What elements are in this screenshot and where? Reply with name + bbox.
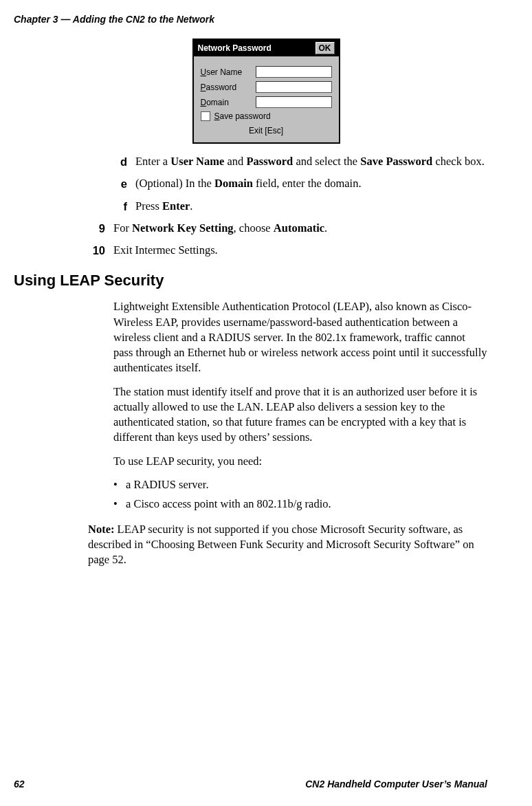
checkbox-save-password xyxy=(201,111,210,121)
note-text: Note: LEAP security is not supported if … xyxy=(88,522,487,568)
dialog-titlebar: Network Password OK xyxy=(194,40,339,56)
dialog-body: User Name Password Domain Save password … xyxy=(194,56,339,142)
paragraph: The station must identify itself and pro… xyxy=(113,384,487,446)
step-f: f Press Enter. xyxy=(113,199,487,214)
step-e: e (Optional) In the Domain field, enter … xyxy=(113,176,487,191)
step-marker: d xyxy=(113,154,135,169)
step-d: d Enter a User Name and Password and sel… xyxy=(113,154,487,169)
step-text: (Optional) In the Domain field, enter th… xyxy=(135,176,487,191)
input-domain xyxy=(256,96,332,108)
section-heading: Using LEAP Security xyxy=(14,272,532,290)
bullet-list: • a RADIUS server. • a Cisco access poin… xyxy=(113,477,487,512)
step-number: 10 xyxy=(91,243,113,258)
content-area: d Enter a User Name and Password and sel… xyxy=(0,154,532,258)
dialog-row-save: Save password xyxy=(201,111,332,121)
label-password: Password xyxy=(201,83,256,92)
dialog-ok-button: OK xyxy=(315,42,335,54)
input-username xyxy=(256,66,332,78)
bullet-text: a Cisco access point with an 802.11b/g r… xyxy=(126,497,331,512)
bullet-text: a RADIUS server. xyxy=(126,477,209,492)
dialog-row-username: User Name xyxy=(201,66,332,78)
step-marker: e xyxy=(113,176,135,191)
note: Note: LEAP security is not supported if … xyxy=(82,522,487,568)
step-10: 10 Exit Intermec Settings. xyxy=(113,243,487,258)
paragraph: Lightweight Extensible Authentication Pr… xyxy=(113,299,487,375)
label-username: User Name xyxy=(201,67,256,77)
bullet-dot: • xyxy=(113,477,126,492)
dialog-exit-text: Exit [Esc] xyxy=(201,124,332,138)
label-domain: Domain xyxy=(201,98,256,107)
step-number: 9 xyxy=(91,221,113,236)
bullet-item: • a Cisco access point with an 802.11b/g… xyxy=(113,497,487,512)
step-text: Press Enter. xyxy=(135,199,487,214)
step-text: For Network Key Setting, choose Automati… xyxy=(113,221,487,236)
dialog-row-domain: Domain xyxy=(201,96,332,108)
manual-title: CN2 Handheld Computer User’s Manual xyxy=(305,778,487,789)
dialog-title-text: Network Password xyxy=(198,43,271,53)
dialog-row-password: Password xyxy=(201,81,332,93)
input-password xyxy=(256,81,332,93)
paragraph: To use LEAP security, you need: xyxy=(113,454,487,469)
label-save-password: Save password xyxy=(214,111,271,121)
step-text: Exit Intermec Settings. xyxy=(113,243,487,258)
section-body: Lightweight Extensible Authentication Pr… xyxy=(0,299,532,567)
page-footer: 62 CN2 Handheld Computer User’s Manual xyxy=(0,778,532,789)
step-9: 9 For Network Key Setting, choose Automa… xyxy=(113,221,487,236)
step-marker: f xyxy=(113,199,135,214)
bullet-dot: • xyxy=(113,497,126,512)
page-number: 62 xyxy=(14,778,25,789)
page-header: Chapter 3 — Adding the CN2 to the Networ… xyxy=(0,0,532,25)
step-text: Enter a User Name and Password and selec… xyxy=(135,154,487,169)
network-password-dialog: Network Password OK User Name Password D… xyxy=(192,39,340,144)
bullet-item: • a RADIUS server. xyxy=(113,477,487,492)
